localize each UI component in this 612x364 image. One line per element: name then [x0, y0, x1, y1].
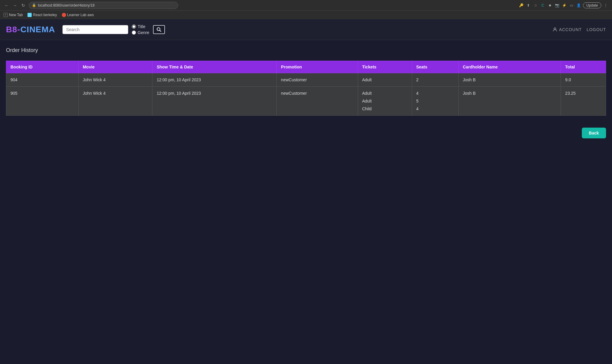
update-button[interactable]: Update [583, 2, 601, 8]
seat-list: 2 [416, 77, 454, 82]
search-icon [157, 27, 161, 32]
col-movie: Movie [78, 61, 152, 73]
cell-show-time-date: 12:00 pm, 10 April 2023 [152, 87, 277, 116]
bookmarks-bar: + New Tab React berkeley Learner Lab aws [0, 11, 612, 19]
forward-nav-button[interactable]: → [12, 2, 18, 8]
logo-b8: B8- [6, 25, 20, 34]
radio-title-text: Title [138, 24, 146, 29]
back-nav-button[interactable]: ← [4, 2, 10, 8]
search-button[interactable] [153, 25, 165, 34]
logout-button[interactable]: LOGOUT [587, 27, 606, 32]
bookmark-react-label: React berkeley [33, 13, 57, 17]
bookmark-learner-label: Learner Lab aws [67, 13, 94, 17]
bookmark-new-tab-label: New Tab [9, 13, 23, 17]
ticket-item: Adult [362, 91, 408, 96]
col-show-time-date: Show Time & Date [152, 61, 277, 73]
bookmark-learner[interactable]: Learner Lab aws [62, 13, 94, 17]
radio-genre-text: Genre [138, 30, 149, 35]
ticket-item: Adult [362, 77, 408, 82]
search-area: Title Genre [62, 24, 165, 35]
col-seats: Seats [412, 61, 458, 73]
react-icon [27, 13, 32, 17]
cell-movie: John Wick 4 [78, 73, 152, 87]
cell-cardholder: Josh B [458, 73, 561, 87]
menu-icon: ⋮ [603, 3, 608, 8]
radio-title-label[interactable]: Title [132, 24, 149, 29]
address-bar[interactable]: 🔒 localhost:8080/user/orderHistory/18 [29, 2, 178, 9]
cell-seats: 4 5 4 [412, 87, 458, 116]
bookmark-react[interactable]: React berkeley [27, 13, 57, 17]
table-row: 905 John Wick 4 12:00 pm, 10 April 2023 … [6, 87, 606, 116]
ticket-item: Child [362, 106, 408, 111]
header-right: ACCOUNT LOGOUT [553, 27, 606, 32]
extension-icon-3: 📷 [554, 3, 560, 8]
svg-line-1 [160, 30, 161, 31]
cell-seats: 2 [412, 73, 458, 87]
cell-tickets: Adult Adult Child [358, 87, 412, 116]
app-header: B8-CINEMA Title Genre AC [0, 19, 612, 40]
table-header: Booking ID Movie Show Time & Date Promot… [6, 61, 606, 73]
seat-item: 4 [416, 91, 454, 96]
ticket-list: Adult [362, 77, 408, 82]
account-icon [553, 27, 557, 32]
radio-title[interactable] [132, 25, 136, 29]
page-title: Order History [6, 47, 606, 53]
seat-item: 5 [416, 99, 454, 103]
main-content: Order History Booking ID Movie Show Time… [0, 40, 612, 123]
account-button[interactable]: ACCOUNT [553, 27, 582, 32]
profile-icon: 👤 [576, 3, 581, 8]
radio-genre[interactable] [132, 30, 136, 35]
cell-tickets: Adult [358, 73, 412, 87]
order-table: Booking ID Movie Show Time & Date Promot… [6, 61, 606, 116]
radio-genre-label[interactable]: Genre [132, 30, 149, 35]
window-icon: ▭ [569, 3, 574, 8]
table-body: 904 John Wick 4 12:00 pm, 10 April 2023 … [6, 73, 606, 116]
seat-item: 4 [416, 106, 454, 111]
col-total: Total [561, 61, 606, 73]
ticket-list: Adult Adult Child [362, 91, 408, 111]
cell-booking-id: 904 [6, 73, 79, 87]
account-label: ACCOUNT [559, 27, 582, 32]
seat-list: 4 5 4 [416, 91, 454, 111]
col-promotion: Promotion [277, 61, 358, 73]
table-row: 904 John Wick 4 12:00 pm, 10 April 2023 … [6, 73, 606, 87]
seat-item: 2 [416, 77, 454, 82]
cell-promotion: newCustomer [277, 87, 358, 116]
ticket-item: Adult [362, 99, 408, 103]
browser-chrome: ← → ↻ 🔒 localhost:8080/user/orderHistory… [0, 0, 612, 11]
back-button[interactable]: Back [582, 128, 606, 138]
key-icon: 🔑 [518, 3, 524, 8]
logo-cinema: CINEMA [20, 25, 55, 34]
cell-movie: John Wick 4 [78, 87, 152, 116]
cell-total: 9.0 [561, 73, 606, 87]
browser-icons: 🔑 ⬆ ☆ C ■ 📷 ⚡ ▭ 👤 Update ⋮ [518, 2, 608, 8]
bookmark-new-tab[interactable]: + New Tab [4, 13, 23, 17]
col-tickets: Tickets [358, 61, 412, 73]
extensions-icon: ⚡ [561, 3, 567, 8]
star-icon: ☆ [533, 3, 538, 8]
svg-point-2 [554, 28, 556, 30]
search-input[interactable] [62, 25, 128, 34]
learner-icon [62, 13, 66, 17]
back-btn-container: Back [0, 123, 612, 143]
cell-show-time-date: 12:00 pm, 10 April 2023 [152, 73, 277, 87]
cell-total: 23.25 [561, 87, 606, 116]
url-text: localhost:8080/user/orderHistory/18 [38, 3, 94, 7]
table-header-row: Booking ID Movie Show Time & Date Promot… [6, 61, 606, 73]
col-cardholder-name: Cardholder Name [458, 61, 561, 73]
reload-button[interactable]: ↻ [20, 2, 26, 8]
cell-promotion: newCustomer [277, 73, 358, 87]
logo[interactable]: B8-CINEMA [6, 25, 55, 34]
col-booking-id: Booking ID [6, 61, 79, 73]
extension-icon-2: ■ [547, 3, 553, 8]
new-tab-icon: + [4, 13, 8, 17]
extension-icon-1: C [540, 3, 545, 8]
share-icon: ⬆ [526, 3, 531, 8]
cell-booking-id: 905 [6, 87, 79, 116]
search-radio-group: Title Genre [132, 24, 149, 35]
cell-cardholder: Josh B [458, 87, 561, 116]
